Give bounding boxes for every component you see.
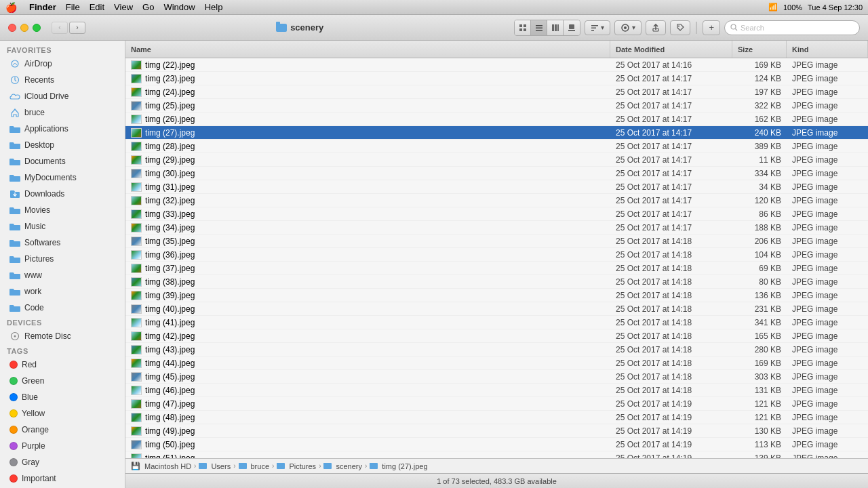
breadcrumb-item[interactable]: bruce — [251, 462, 270, 470]
share-button[interactable] — [646, 20, 666, 35]
sidebar-item-tag-orange[interactable]: Orange — [3, 422, 122, 438]
sidebar-item-music[interactable]: Music — [3, 218, 122, 235]
sidebar-label-www: www — [24, 270, 42, 280]
table-row[interactable]: timg (29).jpeg 25 Oct 2017 at 14:17 11 K… — [125, 153, 868, 167]
col-header-kind[interactable]: Kind — [787, 41, 868, 58]
table-row[interactable]: timg (41).jpeg 25 Oct 2017 at 14:18 341 … — [125, 316, 868, 329]
table-row[interactable]: timg (51).jpeg 25 Oct 2017 at 14:19 139 … — [125, 451, 868, 458]
table-row[interactable]: timg (24).jpeg 25 Oct 2017 at 14:17 197 … — [125, 85, 868, 99]
file-menu[interactable]: File — [66, 2, 80, 12]
close-button[interactable] — [8, 24, 16, 32]
list-view-button[interactable] — [531, 20, 547, 35]
edit-menu[interactable]: Edit — [90, 2, 104, 12]
table-row[interactable]: timg (28).jpeg 25 Oct 2017 at 14:17 389 … — [125, 140, 868, 153]
sidebar-item-tag-red[interactable]: Red — [3, 357, 122, 373]
sidebar-item-code[interactable]: Code — [3, 300, 122, 316]
table-row[interactable]: timg (45).jpeg 25 Oct 2017 at 14:18 303 … — [125, 370, 868, 384]
table-row[interactable]: timg (27).jpeg 25 Oct 2017 at 14:17 240 … — [125, 126, 868, 140]
group-sort-button[interactable]: ▾ — [585, 20, 610, 35]
table-row[interactable]: timg (32).jpeg 25 Oct 2017 at 14:17 120 … — [125, 194, 868, 207]
sidebar-item-desktop[interactable]: Desktop — [3, 137, 122, 153]
titlebar: ‹ › scenery — [0, 15, 868, 41]
table-row[interactable]: timg (43).jpeg 25 Oct 2017 at 14:18 280 … — [125, 343, 868, 357]
table-row[interactable]: timg (26).jpeg 25 Oct 2017 at 14:17 162 … — [125, 113, 868, 126]
file-name: timg (47).jpeg — [145, 399, 195, 409]
table-row[interactable]: timg (38).jpeg 25 Oct 2017 at 14:18 80 K… — [125, 275, 868, 289]
search-box[interactable]: Search — [724, 20, 860, 35]
sidebar-item-mydocuments[interactable]: MyDocuments — [3, 169, 122, 186]
table-row[interactable]: timg (39).jpeg 25 Oct 2017 at 14:18 136 … — [125, 289, 868, 302]
view-menu[interactable]: View — [114, 2, 133, 12]
table-row[interactable]: timg (48).jpeg 25 Oct 2017 at 14:19 121 … — [125, 411, 868, 424]
sidebar-item-tag-blue[interactable]: Blue — [3, 389, 122, 405]
go-menu[interactable]: Go — [142, 2, 154, 12]
sidebar-item-tag-gray[interactable]: Gray — [3, 454, 122, 470]
sidebar-item-remote-disc[interactable]: Remote Disc — [3, 328, 122, 344]
breadcrumb-item[interactable]: scenery — [336, 462, 362, 470]
table-row[interactable]: timg (22).jpeg 25 Oct 2017 at 14:16 169 … — [125, 58, 868, 72]
file-kind: JPEG image — [787, 169, 868, 178]
sidebar-item-bruce[interactable]: bruce — [3, 104, 122, 121]
sidebar-item-airdrop[interactable]: AirDrop — [3, 56, 122, 72]
sidebar-item-tag-yellow[interactable]: Yellow — [3, 405, 122, 422]
file-thumbnail — [131, 318, 142, 327]
forward-button[interactable]: › — [69, 22, 85, 34]
icon-view-button[interactable] — [515, 20, 531, 35]
sidebar-item-downloads[interactable]: Downloads — [3, 186, 122, 202]
breadcrumb-item[interactable]: Pictures — [289, 462, 316, 470]
file-kind: JPEG image — [787, 250, 868, 260]
table-row[interactable]: timg (23).jpeg 25 Oct 2017 at 14:17 124 … — [125, 72, 868, 85]
table-row[interactable]: timg (47).jpeg 25 Oct 2017 at 14:19 121 … — [125, 397, 868, 411]
table-row[interactable]: timg (50).jpeg 25 Oct 2017 at 14:19 113 … — [125, 438, 868, 451]
file-list-scroll[interactable]: timg (22).jpeg 25 Oct 2017 at 14:16 169 … — [125, 58, 868, 458]
table-row[interactable]: timg (33).jpeg 25 Oct 2017 at 14:17 86 K… — [125, 207, 868, 221]
finder-menu[interactable]: Finder — [29, 2, 56, 12]
window-menu[interactable]: Window — [163, 2, 195, 12]
breadcrumb-item[interactable]: timg (27).jpeg — [382, 462, 427, 470]
sidebar-item-softwares[interactable]: Softwares — [3, 235, 122, 251]
sidebar-item-tag-green[interactable]: Green — [3, 373, 122, 389]
table-row[interactable]: timg (25).jpeg 25 Oct 2017 at 14:17 322 … — [125, 99, 868, 113]
apple-menu[interactable]: 🍎 — [5, 2, 17, 13]
sidebar-label-tag-red: Red — [22, 360, 37, 369]
table-row[interactable]: timg (46).jpeg 25 Oct 2017 at 14:18 131 … — [125, 384, 868, 397]
back-button[interactable]: ‹ — [52, 22, 68, 34]
help-menu[interactable]: Help — [205, 2, 223, 12]
sidebar-item-tag-important[interactable]: Important — [3, 470, 122, 487]
table-row[interactable]: timg (31).jpeg 25 Oct 2017 at 14:17 34 K… — [125, 180, 868, 194]
sidebar-item-www[interactable]: www — [3, 267, 122, 283]
sidebar-item-icloud[interactable]: iCloud Drive — [3, 88, 122, 104]
sidebar-item-applications[interactable]: Applications — [3, 121, 122, 137]
table-row[interactable]: timg (44).jpeg 25 Oct 2017 at 14:18 169 … — [125, 357, 868, 370]
table-row[interactable]: timg (34).jpeg 25 Oct 2017 at 14:17 188 … — [125, 221, 868, 235]
table-row[interactable]: timg (49).jpeg 25 Oct 2017 at 14:19 130 … — [125, 424, 868, 438]
cover-view-button[interactable] — [564, 20, 580, 35]
table-row[interactable]: timg (30).jpeg 25 Oct 2017 at 14:17 334 … — [125, 167, 868, 180]
sidebar-item-tag-purple[interactable]: Purple — [3, 438, 122, 454]
breadcrumb-item[interactable]: Users — [211, 462, 231, 470]
table-row[interactable]: timg (35).jpeg 25 Oct 2017 at 14:18 206 … — [125, 235, 868, 248]
column-view-button[interactable] — [547, 20, 564, 35]
table-row[interactable]: timg (40).jpeg 25 Oct 2017 at 14:18 231 … — [125, 302, 868, 316]
wifi-icon[interactable]: 📶 — [768, 3, 778, 12]
sidebar-item-documents[interactable]: Documents — [3, 153, 122, 169]
maximize-button[interactable] — [33, 24, 41, 32]
file-name-cell: timg (38).jpeg — [125, 277, 610, 287]
add-folder-button[interactable]: + — [703, 20, 720, 35]
action-button[interactable]: ▾ — [614, 20, 642, 35]
sidebar-item-movies[interactable]: Movies — [3, 202, 122, 218]
table-row[interactable]: timg (37).jpeg 25 Oct 2017 at 14:18 69 K… — [125, 262, 868, 275]
breadcrumb-item[interactable]: Macintosh HD — [144, 462, 191, 470]
sidebar-item-pictures[interactable]: Pictures — [3, 251, 122, 267]
col-header-size[interactable]: Size — [732, 41, 787, 58]
file-name-cell: timg (28).jpeg — [125, 142, 610, 151]
documents-folder-icon — [9, 156, 20, 167]
sidebar-item-recents[interactable]: Recents — [3, 72, 122, 88]
minimize-button[interactable] — [20, 24, 28, 32]
table-row[interactable]: timg (42).jpeg 25 Oct 2017 at 14:18 165 … — [125, 329, 868, 343]
col-header-name[interactable]: Name — [125, 41, 610, 58]
col-header-date[interactable]: Date Modified — [610, 41, 732, 58]
tag-button[interactable] — [670, 20, 690, 35]
table-row[interactable]: timg (36).jpeg 25 Oct 2017 at 14:18 104 … — [125, 248, 868, 262]
sidebar-item-work[interactable]: work — [3, 283, 122, 300]
